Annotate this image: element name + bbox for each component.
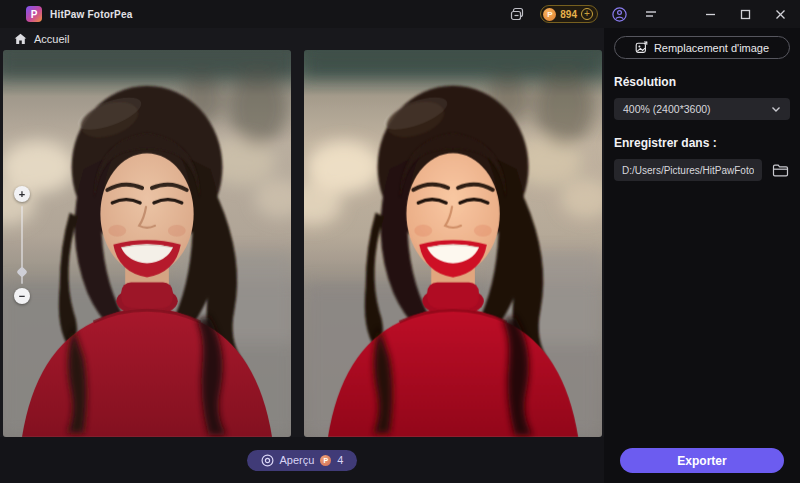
chevron-down-icon xyxy=(771,106,781,113)
close-button[interactable] xyxy=(775,9,786,20)
credits-count: 894 xyxy=(560,9,577,20)
feedback-button[interactable] xyxy=(510,7,524,21)
folder-icon xyxy=(772,163,789,178)
coin-icon: P xyxy=(543,8,556,21)
preview-toolbar: Aperçu P 4 xyxy=(0,437,604,483)
zoom-out-button[interactable]: − xyxy=(14,288,30,304)
maximize-button[interactable] xyxy=(740,9,751,20)
zoom-in-button[interactable]: + xyxy=(14,186,30,202)
settings-panel: Remplacement d'image Résolution 400% (24… xyxy=(604,28,800,483)
credits-pill[interactable]: P 894 + xyxy=(540,5,598,23)
account-button[interactable] xyxy=(612,7,627,22)
replace-image-icon xyxy=(635,41,648,54)
resolution-value: 400% (2400*3600) xyxy=(623,103,771,115)
comparison-view xyxy=(0,50,604,437)
close-icon xyxy=(775,9,786,20)
after-image xyxy=(304,50,602,437)
menu-button[interactable] xyxy=(645,9,657,19)
before-image xyxy=(3,50,291,437)
app-title: HitPaw FotorPea xyxy=(50,9,132,20)
zoom-control: + − xyxy=(13,186,31,304)
feedback-icon xyxy=(510,7,524,21)
zoom-slider-handle[interactable] xyxy=(16,266,27,277)
browse-folder-button[interactable] xyxy=(770,160,790,180)
eye-icon xyxy=(261,454,274,467)
minimize-icon xyxy=(705,9,716,20)
breadcrumb-home-label: Accueil xyxy=(34,33,69,45)
export-button[interactable]: Exporter xyxy=(620,448,784,473)
apercu-button[interactable]: Aperçu P 4 xyxy=(247,450,358,471)
resolution-label: Résolution xyxy=(614,75,790,89)
minimize-button[interactable] xyxy=(705,9,716,20)
app-logo: P xyxy=(26,6,42,22)
save-location-row xyxy=(614,159,790,181)
panel-spacer xyxy=(614,181,790,448)
resolution-select[interactable]: 400% (2400*3600) xyxy=(614,98,790,120)
breadcrumb[interactable]: Accueil xyxy=(0,28,604,50)
apercu-coin-icon: P xyxy=(320,455,331,466)
apercu-cost: 4 xyxy=(337,454,343,466)
hamburger-icon xyxy=(645,9,657,19)
maximize-icon xyxy=(740,9,751,20)
apercu-label: Aperçu xyxy=(280,454,315,466)
save-path-input[interactable] xyxy=(614,159,762,181)
home-icon xyxy=(14,33,27,45)
main-area: Accueil xyxy=(0,28,604,483)
add-credits-icon[interactable]: + xyxy=(581,8,593,20)
replace-image-label: Remplacement d'image xyxy=(654,42,769,54)
title-bar: P HitPaw FotorPea P 894 + xyxy=(0,0,800,28)
save-location-label: Enregistrer dans : xyxy=(614,136,790,150)
zoom-slider[interactable] xyxy=(21,206,23,284)
user-icon xyxy=(612,7,627,22)
content-area: Accueil xyxy=(0,28,800,483)
replace-image-button[interactable]: Remplacement d'image xyxy=(614,36,790,59)
